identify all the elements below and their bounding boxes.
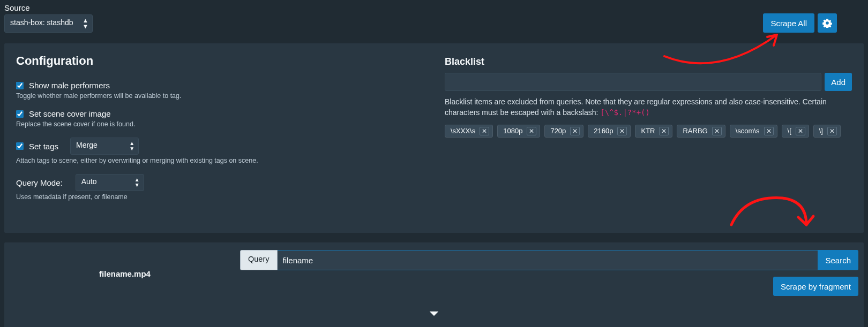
tags-mode-select[interactable]: Merge bbox=[70, 138, 139, 155]
blacklist-chip: 720p✕ bbox=[544, 125, 583, 138]
cover-desc: Replace the scene cover if one is found. bbox=[16, 120, 423, 128]
tags-checkbox[interactable] bbox=[16, 142, 24, 150]
chip-text: \sXXX\s bbox=[451, 127, 475, 135]
chip-remove-button[interactable]: ✕ bbox=[527, 127, 536, 135]
blacklist-chip: KTR✕ bbox=[635, 125, 672, 138]
cover-label: Set scene cover image bbox=[29, 109, 111, 118]
query-label: Query bbox=[240, 250, 278, 270]
chip-text: 2160p bbox=[594, 127, 613, 135]
blacklist-chips: \sXXX\s✕1080p✕720p✕2160p✕KTR✕RARBG✕\scom… bbox=[445, 125, 852, 138]
scene-filename: filename.mp4 bbox=[99, 269, 151, 278]
query-mode-label: Query Mode: bbox=[16, 178, 63, 187]
blacklist-chip: \scom\s✕ bbox=[730, 125, 777, 138]
chip-remove-button[interactable]: ✕ bbox=[764, 127, 774, 135]
scrape-all-button[interactable]: Scrape All bbox=[763, 13, 814, 33]
gear-icon bbox=[822, 18, 832, 28]
chip-remove-button[interactable]: ✕ bbox=[796, 127, 805, 135]
show-male-desc: Toggle whether male performers will be a… bbox=[16, 92, 423, 100]
scrape-by-fragment-button[interactable]: Scrape by fragment bbox=[773, 277, 858, 296]
config-title: Configuration bbox=[16, 54, 423, 68]
tags-label: Set tags bbox=[29, 142, 58, 151]
tags-desc: Attach tags to scene, either by overwrit… bbox=[16, 157, 423, 164]
query-input[interactable] bbox=[278, 250, 818, 270]
blacklist-title: Blacklist bbox=[445, 56, 852, 67]
chip-text: RARBG bbox=[683, 127, 707, 135]
chip-text: \[ bbox=[788, 127, 791, 135]
blacklist-chip: \[✕ bbox=[782, 125, 809, 138]
show-male-label: Show male performers bbox=[29, 81, 110, 90]
chip-text: KTR bbox=[641, 127, 655, 135]
show-male-checkbox[interactable] bbox=[16, 82, 24, 89]
blacklist-input[interactable] bbox=[445, 73, 821, 91]
chip-remove-button[interactable]: ✕ bbox=[617, 127, 627, 135]
blacklist-chip: 2160p✕ bbox=[588, 125, 631, 138]
chip-text: 720p bbox=[550, 127, 566, 135]
query-mode-select[interactable]: Auto bbox=[76, 174, 144, 191]
search-button[interactable]: Search bbox=[818, 250, 858, 270]
blacklist-chip: 1080p✕ bbox=[497, 125, 540, 138]
chip-remove-button[interactable]: ✕ bbox=[570, 127, 580, 135]
chevron-down-icon bbox=[428, 308, 440, 320]
chip-remove-button[interactable]: ✕ bbox=[827, 127, 837, 135]
chip-remove-button[interactable]: ✕ bbox=[480, 127, 489, 135]
chip-text: \] bbox=[819, 127, 823, 135]
source-label: Source bbox=[4, 3, 93, 12]
settings-button[interactable] bbox=[818, 13, 837, 33]
blacklist-chip: \]✕ bbox=[813, 125, 841, 138]
chip-remove-button[interactable]: ✕ bbox=[659, 127, 669, 135]
expand-toggle[interactable] bbox=[428, 308, 440, 321]
scene-panel: filename.mp4 Query Search Scrape by frag… bbox=[4, 242, 864, 327]
escaped-chars: [\^$.|?*+() bbox=[600, 108, 650, 117]
chip-text: \scom\s bbox=[736, 127, 760, 135]
blacklist-chip: RARBG✕ bbox=[677, 125, 725, 138]
chip-remove-button[interactable]: ✕ bbox=[712, 127, 722, 135]
configuration-panel: Configuration Show male performers Toggl… bbox=[4, 43, 864, 233]
source-select[interactable]: stash-box: stashdb bbox=[4, 14, 93, 33]
blacklist-chip: \sXXX\s✕ bbox=[445, 125, 493, 138]
blacklist-note: Blacklist items are excluded from querie… bbox=[445, 96, 852, 118]
cover-checkbox[interactable] bbox=[16, 110, 24, 118]
query-mode-desc: Uses metadata if present, or filename bbox=[16, 193, 423, 201]
blacklist-add-button[interactable]: Add bbox=[825, 73, 852, 91]
chip-text: 1080p bbox=[503, 127, 522, 135]
